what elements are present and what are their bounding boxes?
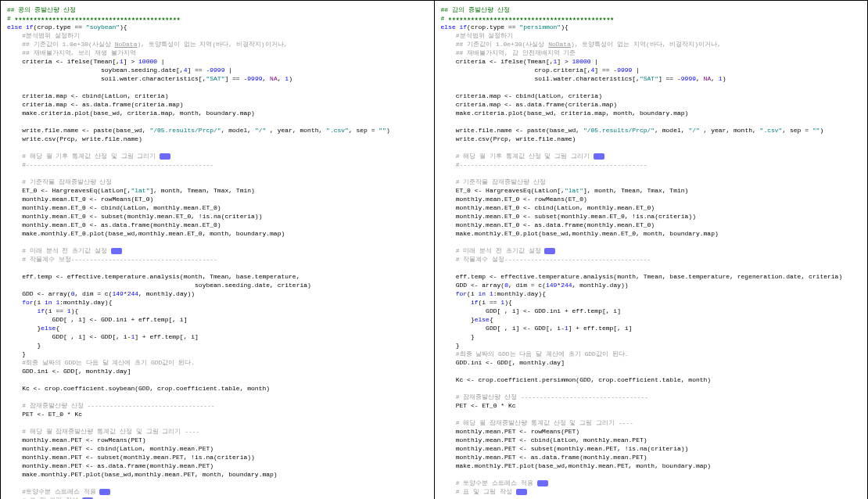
comment: # 미래 분석 전 초기값 설정 — [441, 247, 556, 254]
code-line: criteria <- ifelse(Tmean[,1] > 10000 | — [441, 58, 599, 65]
code-line: } — [7, 342, 41, 349]
comment: # 잠재증발산량 산정 ----------------------------… — [441, 393, 649, 400]
code-line: monthly.mean.PET <- rowMeans(PET) — [441, 428, 580, 435]
code-line: monthly.mean.ET_0 <- rowMeans(ET_0) — [7, 196, 153, 203]
code-line: for(i in 1:monthly.day){ — [7, 299, 112, 306]
keyword: else if — [441, 23, 468, 31]
code-line: eff.temp <- effective.temperature.analys… — [7, 273, 299, 280]
code-line: monthly.mean.PET <- subset(monthly.mean.… — [7, 454, 255, 461]
code-line: criteria.map <- as.data.frame(criteria.m… — [7, 101, 184, 108]
code-line: make.monthly.ET_0.plot(base_wd,monthly.m… — [441, 230, 719, 237]
code-line: } — [441, 333, 475, 340]
fold-badge-icon[interactable] — [99, 489, 110, 495]
comment: #토양수분 스트레스 적용 — [7, 488, 110, 495]
comment: # 기준작물 잠재증발산량 산정 — [7, 178, 112, 185]
code-line: else if(crop.type == "persimmon"){ — [441, 23, 569, 31]
comment: # ★★★★★★★★★★★★★★★★★★★★★★★★★★★★★★★★★★★★★★… — [7, 15, 181, 22]
code-line: make.monthly.ET_0.plot(base_wd,monthly.m… — [7, 230, 285, 237]
code-line: monthly.mean.ET_0 <- rowMeans(ET_0) — [441, 196, 587, 203]
code-line: soil.water.characteristics[,"SAT"] == -9… — [441, 75, 726, 82]
code-line: soybean.seeding.date[,4] == -9999 | — [7, 66, 232, 74]
code-line: soybean.seeding.date, criteria) — [7, 282, 311, 289]
code-line: write.file.name <- paste(base_wd, "/05.r… — [7, 127, 390, 134]
comment: # 잠재증발산량 산정 ----------------------------… — [7, 402, 215, 409]
code-line: }else{ — [7, 325, 59, 332]
fold-badge-icon[interactable] — [594, 153, 604, 160]
code-line: monthly.mean.ET_0 <- as.data.frame(month… — [441, 221, 655, 228]
comment: # 작물계수 보정-------------------------------… — [7, 256, 217, 263]
comment: ## 콩의 증발산량 산정 — [7, 6, 76, 13]
comment: # 작물계수 설정-------------------------------… — [441, 256, 651, 263]
right-code-pane: ## 감의 증발산량 산정 # ★★★★★★★★★★★★★★★★★★★★★★★★… — [434, 1, 868, 500]
code-line: } — [441, 342, 460, 349]
code-line: soil.water.characteristics[,"SAT"] == -9… — [7, 75, 292, 82]
code-line: monthly.mean.ET_0 <- cbind(LatLon, month… — [441, 204, 655, 211]
fold-badge-icon[interactable] — [111, 248, 122, 254]
code-line: GDD <- array(0, dim = c(149*244, monthly… — [7, 290, 195, 297]
code-line: write.csv(Prcp, write.file.name) — [7, 135, 142, 142]
code-line: monthly.mean.PET <- as.data.frame(monthl… — [441, 454, 647, 461]
comment: # 해당 월 기후 통계값 산정 및 그림 그리기 — [441, 153, 604, 160]
code-line: if(i == 1){ — [441, 299, 512, 306]
code-line: monthly.mean.PET <- cbind(LatLon, monthl… — [7, 445, 213, 452]
comment: #---------------------------------------… — [441, 161, 647, 168]
comment: #분석범위 설정하기 — [441, 32, 514, 39]
comment: #분석범위 설정하기 — [7, 32, 80, 39]
code-line: ET_0 <- HargreavesEq(LatLon[,"lat"], mon… — [441, 187, 689, 194]
code-line: make.monthly.PET.plot(base_wd,monthly.me… — [441, 462, 712, 469]
code-line: monthly.mean.ET_0 <- cbind(LatLon, month… — [7, 204, 221, 211]
code-line: criteria.map <- cbind(LatLon, criteria) — [441, 92, 602, 99]
code-line: GDD <- array(0, dim = c(149*244, monthly… — [441, 282, 629, 289]
code-line: crop.criteria[,4] == -9999 | — [441, 66, 640, 74]
comment: #최종 날짜의 GDD는 다음 달 계산에 초기 GDD값이 된다. — [441, 350, 629, 357]
code-line: eff.temp <- effective.temperature.analys… — [441, 273, 843, 280]
comparison-table: ## 콩의 증발산량 산정 # ★★★★★★★★★★★★★★★★★★★★★★★★… — [0, 0, 868, 499]
code-line: monthly.mean.PET <- rowMeans(PET) — [7, 436, 146, 443]
comment: #---------------------------------------… — [7, 161, 213, 168]
comment: # 토양수분 스트레스 적용 — [441, 479, 548, 486]
fold-badge-icon[interactable] — [516, 489, 527, 495]
code-line: criteria.map <- cbind(LatLon, criteria) — [7, 92, 168, 99]
code-line: PET <- ET_0 * Kc — [441, 402, 516, 409]
code-line: }else{ — [441, 316, 493, 323]
code-line: GDD[ , i] <- GDD.ini + eff.temp[, i] — [441, 307, 621, 314]
code-line: criteria.map <- as.data.frame(criteria.m… — [441, 101, 618, 108]
code-line: GDD[ , i] <- GDD.ini + eff.temp[, i] — [7, 316, 187, 323]
code-line: make.criteria.plot(base_wd, criteria.map… — [7, 109, 255, 117]
code-line: make.monthly.PET.plot(base_wd,monthly.me… — [7, 471, 278, 478]
code-line: GDD[ , i] <- GDD[, i-1] + eff.temp[, i] — [441, 325, 633, 332]
fold-badge-icon[interactable] — [537, 480, 548, 486]
right-code: ## 감의 증발산량 산정 # ★★★★★★★★★★★★★★★★★★★★★★★★… — [441, 5, 862, 496]
code-line: monthly.mean.PET <- subset(monthly.mean.… — [441, 445, 689, 452]
code-line: monthly.mean.ET_0 <- as.data.frame(month… — [7, 221, 221, 228]
code-line: monthly.mean.PET <- as.data.frame(monthl… — [7, 462, 213, 469]
code-line: Kc <- crop.coefficient.persimmon(GDD, cr… — [441, 376, 712, 383]
code-line: write.file.name <- paste(base_wd, "/05.r… — [441, 127, 824, 134]
code-line: Kc <- crop.coefficient.soybean(GDD, crop… — [7, 385, 270, 392]
code-line: } — [7, 350, 26, 357]
comment: ## 감의 증발산량 산정 — [441, 6, 510, 13]
fold-badge-icon[interactable] — [544, 248, 555, 254]
code-line: write.csv(Prcp, write.file.name) — [441, 135, 576, 142]
comment: #최종 날짜의 GDD는 다음 달 계산에 초기 GDD값이 된다. — [7, 359, 195, 366]
left-code: ## 콩의 증발산량 산정 # ★★★★★★★★★★★★★★★★★★★★★★★★… — [7, 5, 428, 499]
code-line: monthly.mean.PET <- cbind(LatLon, monthl… — [441, 436, 647, 443]
code-line: GDD.ini <- GDD[, monthly.day] — [441, 359, 565, 366]
code-line: else if(crop.type == "soybean"){ — [7, 23, 127, 31]
code-line: ET_0 <- HargreavesEq(LatLon[,"lat"], mon… — [7, 187, 255, 194]
left-code-pane: ## 콩의 증발산량 산정 # ★★★★★★★★★★★★★★★★★★★★★★★★… — [1, 1, 435, 500]
comment: ## 기존값이 1.0e+30(사실상 NoData), 토양특성이 없는 지역… — [441, 41, 721, 48]
code-line: PET <- ET_0 * Kc — [7, 411, 82, 418]
code-line: GDD[ , i] <- GDD[, i-1] + eff.temp[, i] — [7, 333, 199, 340]
comment: # 표 및 그림 작성 — [441, 488, 527, 495]
comment: ## 재배불가지역, 보리 재생 불가지역 — [7, 49, 136, 56]
code-line: monthly.mean.ET_0 <- subset(monthly.mean… — [441, 213, 696, 220]
comment: ## 기존값이 1.0e+30(사실상 NoData), 토양특성이 없는 지역… — [7, 41, 287, 48]
code-line: if(i == 1){ — [7, 307, 78, 314]
comment: # 기준작물 잠재증발산량 산정 — [441, 178, 546, 185]
code-line: make.criteria.plot(base_wd, criteria.map… — [441, 109, 689, 117]
fold-badge-icon[interactable] — [160, 153, 170, 160]
code-line: monthly.mean.ET_0 <- subset(monthly.mean… — [7, 213, 262, 220]
comment: # 해당 월 기후 통계값 산정 및 그림 그리기 — [7, 153, 170, 160]
comment: ## 재배불가지역, 감 안전재배지역 기준 — [441, 49, 576, 56]
